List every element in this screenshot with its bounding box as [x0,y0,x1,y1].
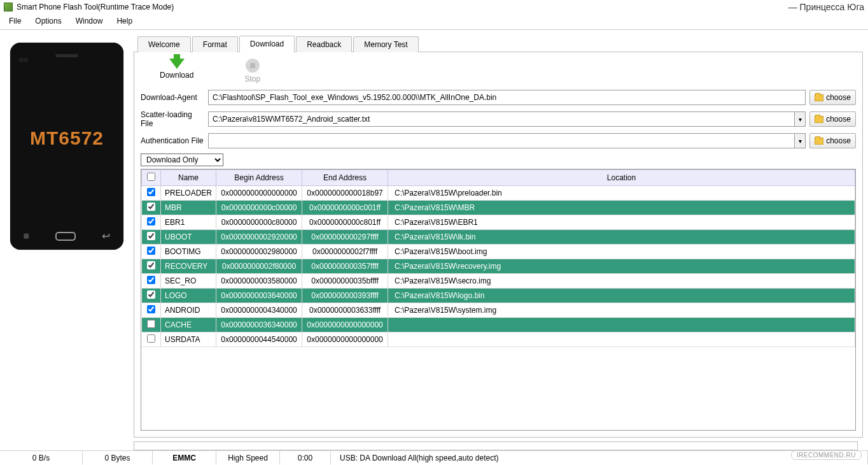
row-location: C:\Pazera\V815W\preloader.bin [388,186,855,201]
scatter-choose-button[interactable]: choose [809,111,856,127]
stop-button[interactable]: Stop [244,59,260,83]
row-location: C:\Pazera\V815W\recovery.img [388,259,855,274]
folder-icon [815,116,823,123]
row-begin: 0x0000000044540000 [216,333,302,347]
row-location: C:\Pazera\V815W\MBR [388,201,855,215]
auth-dropdown[interactable]: ▾ [794,133,806,148]
row-checkbox[interactable] [147,320,155,328]
col-begin[interactable]: Begin Address [216,170,302,186]
menu-file[interactable]: File [3,15,27,27]
row-location: C:\Pazera\V815W\boot.img [388,245,855,259]
status-storage: EMMC [153,451,216,464]
row-checkbox[interactable] [147,276,155,284]
row-begin: 0x0000000003580000 [216,274,302,289]
col-name[interactable]: Name [161,170,216,186]
col-end[interactable]: End Address [302,170,388,186]
row-end: 0x0000000002f7ffff [302,245,388,259]
table-row[interactable]: UBOOT0x00000000029200000x000000000297fff… [142,230,855,245]
row-end: 0x0000000000000000 [302,333,388,347]
tab-memory-test[interactable]: Memory Test [353,36,418,52]
scatter-label: Scatter-loading File [141,110,204,128]
row-checkbox[interactable] [147,188,155,196]
row-location: C:\Pazera\V815W\secro.img [388,274,855,289]
scatter-input[interactable] [208,111,794,127]
auth-choose-button[interactable]: choose [809,133,856,148]
title-bar: Smart Phone Flash Tool(Runtime Trace Mod… [0,0,868,14]
da-choose-button[interactable]: choose [809,90,856,105]
row-checkbox[interactable] [147,261,155,269]
tab-format[interactable]: Format [192,36,238,52]
row-end: 0x0000000000018b97 [302,186,388,201]
download-button[interactable]: Download [160,59,193,83]
row-end: 0x00000000035bffff [302,274,388,289]
table-row[interactable]: BOOTIMG0x00000000029800000x0000000002f7f… [142,245,855,259]
menu-window[interactable]: Window [69,15,109,27]
row-name: USRDATA [161,333,216,347]
stop-icon [246,59,260,73]
download-mode-select[interactable]: Download Only [141,154,223,166]
chevron-down-icon: ▾ [799,116,802,123]
choose-label: choose [826,136,851,145]
col-location[interactable]: Location [388,170,855,186]
table-row[interactable]: SEC_RO0x00000000035800000x00000000035bff… [142,274,855,289]
scatter-dropdown[interactable]: ▾ [794,111,806,127]
phone-brand: BM [19,57,28,63]
tab-welcome[interactable]: Welcome [137,36,191,52]
row-checkbox[interactable] [147,305,155,313]
row-name: LOGO [161,289,216,303]
phone-chip-label: MT6572 [30,127,104,149]
row-checkbox[interactable] [147,203,155,211]
status-usb: USB: DA Download All(high speed,auto det… [331,451,868,464]
row-begin: 0x0000000003640000 [216,289,302,303]
download-label: Download [160,71,193,80]
tab-readback[interactable]: Readback [296,36,352,52]
phone-preview: BM MT6572 ≡ ↩ [10,43,123,250]
row-end: 0x000000000357ffff [302,259,388,274]
table-row[interactable]: RECOVERY0x0000000002f800000x000000000357… [142,259,855,274]
da-input[interactable] [208,90,806,105]
auth-input[interactable] [208,133,794,148]
row-location: C:\Pazera\V815W\system.img [388,303,855,318]
status-bar: 0 B/s 0 Bytes EMMC High Speed 0:00 USB: … [0,450,868,464]
status-time: 0:00 [280,451,331,464]
progress-bar [134,441,858,450]
menu-help[interactable]: Help [110,15,139,27]
folder-icon [815,94,823,101]
row-begin: 0x0000000000c80000 [216,215,302,230]
select-all-checkbox[interactable] [147,173,155,181]
choose-label: choose [826,93,851,102]
row-location [388,333,855,347]
row-name: SEC_RO [161,274,216,289]
row-end: 0x0000000003633ffff [302,303,388,318]
row-checkbox[interactable] [147,334,155,343]
watermark-author: — Принцесса Юга [788,2,864,12]
row-name: ANDROID [161,303,216,318]
row-checkbox[interactable] [147,232,155,240]
table-row[interactable]: LOGO0x00000000036400000x000000000393ffff… [142,289,855,303]
row-name: CACHE [161,318,216,333]
row-checkbox[interactable] [147,290,155,299]
table-row[interactable]: CACHE0x00000000363400000x000000000000000… [142,318,855,333]
table-row[interactable]: USRDATA0x00000000445400000x0000000000000… [142,333,855,347]
menu-options[interactable]: Options [29,15,67,27]
table-row[interactable]: PRELOADER0x00000000000000000x00000000000… [142,186,855,201]
watermark-site: IRECOMMEND.RU [791,450,862,460]
row-begin: 0x0000000002980000 [216,245,302,259]
row-begin: 0x0000000036340000 [216,318,302,333]
row-name: MBR [161,201,216,215]
auth-label: Authentication File [141,136,204,145]
table-row[interactable]: ANDROID0x00000000043400000x0000000003633… [142,303,855,318]
row-checkbox[interactable] [147,247,155,255]
phone-earpiece [55,54,78,57]
folder-icon [815,138,823,145]
tab-download[interactable]: Download [239,36,295,52]
row-checkbox[interactable] [147,217,155,225]
table-row[interactable]: EBR10x0000000000c800000x0000000000c801ff… [142,215,855,230]
table-row[interactable]: MBR0x0000000000c000000x0000000000c001ffC… [142,201,855,215]
partition-grid: Name Begin Address End Address Location … [141,169,856,431]
status-bytes: 0 Bytes [83,451,153,464]
row-begin: 0x0000000002920000 [216,230,302,245]
row-begin: 0x0000000002f80000 [216,259,302,274]
toolbar: Download Stop [141,59,856,90]
da-label: Download-Agent [141,93,204,102]
